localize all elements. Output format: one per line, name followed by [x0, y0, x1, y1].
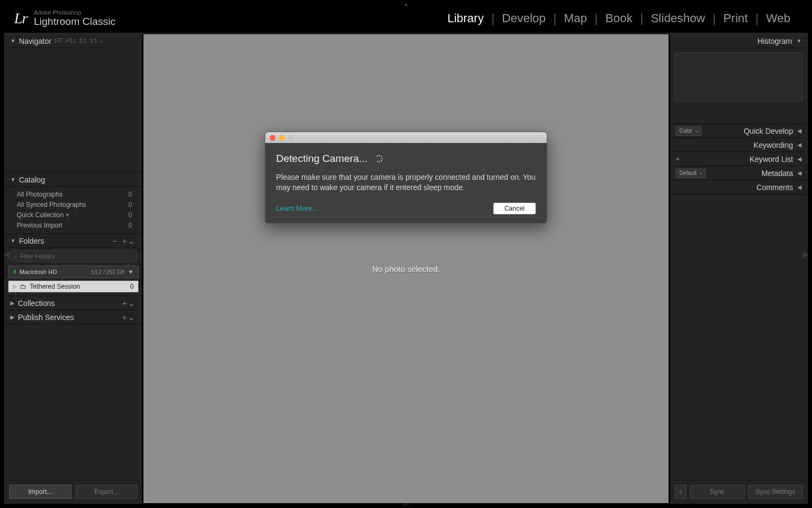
right-panel-grip-icon[interactable]: ▶	[803, 250, 809, 258]
no-photo-text: No photo selected.	[372, 264, 440, 273]
module-web[interactable]: Web	[758, 11, 798, 25]
chevron-left-icon: ◀	[797, 170, 802, 176]
cancel-button[interactable]: Cancel	[493, 203, 536, 214]
chevron-down-icon: ▼	[796, 38, 802, 44]
metadata-preset-select[interactable]: Default	[676, 168, 706, 178]
folders-label: Folders	[19, 237, 44, 245]
chevron-down-icon: ▼	[10, 177, 16, 183]
module-slideshow[interactable]: Slideshow	[643, 11, 712, 25]
search-icon: ⌕	[14, 253, 18, 259]
sync-settings-button[interactable]: Sync Settings	[748, 485, 803, 499]
metadata-header[interactable]: Default Metadata ◀	[670, 166, 807, 180]
catalog-label: Catalog	[19, 175, 45, 184]
keyword-list-header[interactable]: + Keyword List ◀	[670, 152, 807, 166]
folder-icon: 🗀	[20, 283, 27, 290]
disk-led-icon	[13, 269, 16, 275]
learn-more-link[interactable]: Learn More...	[276, 204, 318, 212]
catalog-row-all[interactable]: All Photographs0	[8, 189, 139, 199]
minimize-icon[interactable]	[279, 135, 285, 141]
catalog-row-quick[interactable]: Quick Collection +0	[8, 210, 139, 220]
metadata-label: Metadata	[762, 169, 793, 178]
publish-add[interactable]: +⌄	[122, 313, 136, 322]
histogram-header[interactable]: Histogram ▼	[670, 34, 807, 48]
right-panel: Histogram ▼ Color Quick Develop ◀ Keywor…	[669, 34, 808, 504]
dialog-title: Detecting Camera...	[276, 153, 368, 165]
catalog-header[interactable]: ▼ Catalog	[5, 173, 142, 187]
chevron-down-icon: ▼	[10, 238, 16, 244]
expand-top-icon[interactable]: ▴	[405, 1, 408, 7]
chevron-left-icon: ◀	[797, 142, 802, 148]
dialog-text: Please make sure that your camera is pro…	[276, 172, 536, 193]
module-library[interactable]: Library	[440, 11, 491, 25]
module-develop[interactable]: Develop	[494, 11, 553, 25]
sync-lock-icon[interactable]: ⎆	[675, 485, 686, 499]
volume-usage: 53.2 / 251 GB	[91, 269, 125, 275]
collections-label: Collections	[18, 299, 55, 308]
close-icon[interactable]	[270, 135, 276, 141]
chevron-left-icon: ◀	[797, 128, 802, 134]
sync-button[interactable]: Sync	[690, 485, 745, 499]
keyword-list-label: Keyword List	[750, 155, 793, 164]
folders-filter-placeholder: Filter Folders	[20, 253, 55, 259]
zoom-icon	[288, 135, 294, 141]
volume-row[interactable]: Macintosh HD 53.2 / 251 GB ▼	[8, 265, 139, 278]
chevron-right-icon: ▶	[10, 314, 15, 320]
folders-header[interactable]: ▼ Folders − +⌄	[5, 234, 142, 248]
keywording-label: Keywording	[754, 141, 793, 149]
comments-label: Comments	[756, 183, 793, 192]
module-print[interactable]: Print	[716, 11, 755, 25]
dialog-titlebar[interactable]	[265, 132, 547, 143]
chevron-left-icon: ◀	[797, 156, 802, 162]
folder-name: Tethered Session	[30, 283, 80, 290]
module-book[interactable]: Book	[598, 11, 640, 25]
catalog-row-synced[interactable]: All Synced Photographs0	[8, 199, 139, 210]
lr-logo: Lr	[14, 10, 27, 27]
left-panel-grip-icon[interactable]: ◀	[3, 250, 9, 258]
navigator-label: Navigator	[19, 37, 51, 45]
left-panel: ▼ Navigator FIT FILL 1:1 3:1 ⌄ ▼ Catalog…	[4, 34, 143, 504]
spinner-icon	[375, 155, 383, 162]
histogram-body	[670, 48, 807, 124]
publish-header[interactable]: ▶ Publish Services +⌄	[5, 310, 142, 324]
folder-count: 0	[130, 283, 134, 290]
navigator-zoom-presets[interactable]: FIT FILL 1:1 3:1 ⌄	[55, 38, 103, 44]
chevron-down-icon: ▼	[128, 269, 134, 275]
quick-develop-mode-select[interactable]: Color	[676, 126, 702, 136]
collections-add[interactable]: +⌄	[122, 299, 136, 308]
detecting-camera-dialog: Detecting Camera... Please make sure tha…	[265, 132, 547, 224]
folders-filter-input[interactable]: ⌕ Filter Folders	[8, 250, 139, 262]
navigator-header[interactable]: ▼ Navigator FIT FILL 1:1 3:1 ⌄	[5, 34, 142, 48]
keywording-header[interactable]: Keywording ◀	[670, 138, 807, 152]
chevron-right-icon: ▶	[10, 300, 15, 306]
navigator-body	[5, 48, 142, 173]
publish-label: Publish Services	[18, 313, 74, 322]
module-picker: Library| Develop| Map| Book| Slideshow| …	[440, 11, 798, 25]
chevron-left-icon: ◀	[797, 184, 802, 190]
expand-bottom-icon[interactable]: .ıllı.	[401, 502, 411, 507]
quick-develop-label: Quick Develop	[744, 127, 793, 135]
folders-tools[interactable]: − +⌄	[113, 237, 136, 245]
comments-header[interactable]: Comments ◀	[670, 180, 807, 194]
histogram-label: Histogram	[757, 37, 792, 45]
app-logo-block: Lr Adobe Photoshop Lightroom Classic	[14, 9, 115, 28]
folder-row[interactable]: ▷ 🗀 Tethered Session 0	[8, 281, 139, 292]
chevron-down-icon: ▼	[10, 38, 16, 44]
catalog-list: All Photographs0 All Synced Photographs0…	[5, 187, 142, 234]
histogram-plot	[675, 53, 803, 101]
content-area: No photo selected. Detecting Camera... P…	[143, 34, 669, 504]
left-panel-footer: Import... Export...	[5, 480, 142, 503]
quick-develop-header[interactable]: Color Quick Develop ◀	[670, 124, 807, 138]
brand-main: Lightroom Classic	[34, 16, 115, 28]
volume-name: Macintosh HD	[19, 269, 57, 275]
export-button[interactable]: Export...	[76, 485, 138, 499]
right-panel-footer: ⎆ Sync Sync Settings	[670, 480, 807, 503]
collections-header[interactable]: ▶ Collections +⌄	[5, 296, 142, 310]
brand-sub: Adobe Photoshop	[34, 9, 115, 16]
add-keyword-icon[interactable]: +	[676, 155, 680, 163]
catalog-row-previous[interactable]: Previous Import0	[8, 220, 139, 230]
app-header: Lr Adobe Photoshop Lightroom Classic Lib…	[4, 4, 808, 32]
chevron-right-icon: ▷	[13, 284, 17, 289]
module-map[interactable]: Map	[556, 11, 595, 25]
import-button[interactable]: Import...	[9, 485, 71, 499]
